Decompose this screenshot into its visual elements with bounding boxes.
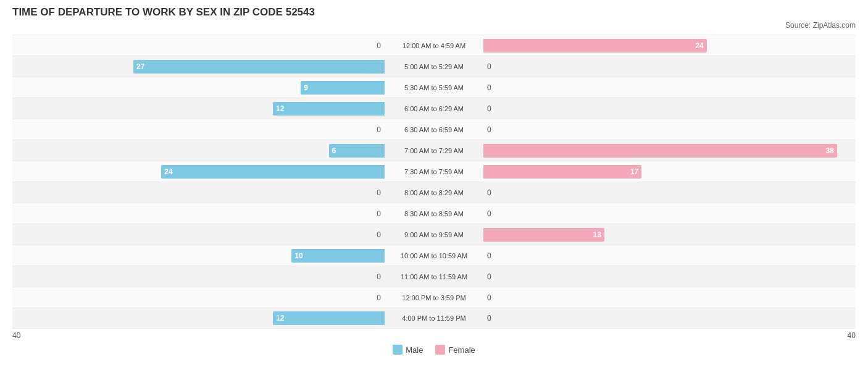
time-label: 4:00 PM to 11:59 PM [385,314,483,322]
male-value: 12 [276,314,284,323]
female-side: 38 [483,140,856,161]
source-label: Source: ZipAtlas.com [12,21,856,30]
legend-female: Female [435,345,475,355]
female-zero: 0 [487,272,491,281]
chart-row: 012:00 AM to 4:59 AM24 [12,35,856,56]
chart-row: 126:00 AM to 6:29 AM0 [12,98,856,119]
time-label: 11:00 AM to 11:59 AM [385,273,483,281]
female-side: 0 [483,56,856,77]
male-side: 6 [12,140,385,161]
chart-row: 012:00 PM to 3:59 PM0 [12,287,856,308]
female-side: 0 [483,245,856,266]
male-value: 9 [304,83,308,92]
male-value: 24 [164,167,172,176]
male-zero: 0 [377,293,381,302]
time-label: 5:30 AM to 5:59 AM [385,84,483,91]
time-label: 7:30 AM to 7:59 AM [385,168,483,175]
female-value: 13 [593,230,601,239]
female-zero: 0 [487,188,491,197]
chart-area: 012:00 AM to 4:59 AM24275:00 AM to 5:29 … [12,35,856,329]
female-zero: 0 [487,293,491,302]
female-side: 13 [483,224,856,245]
legend-female-label: Female [448,345,475,355]
time-label: 10:00 AM to 10:59 AM [385,252,483,259]
time-label: 7:00 AM to 7:29 AM [385,147,483,154]
female-side: 0 [483,203,856,224]
male-side: 0 [12,287,385,308]
male-side: 0 [12,119,385,140]
male-zero: 0 [377,230,381,239]
male-side: 0 [12,203,385,224]
female-side: 24 [483,35,856,56]
male-side: 0 [12,35,385,56]
chart-row: 011:00 AM to 11:59 AM0 [12,266,856,287]
female-side: 17 [483,161,856,182]
male-value: 12 [276,104,284,113]
chart-row: 09:00 AM to 9:59 AM13 [12,224,856,245]
male-side: 27 [12,56,385,77]
time-label: 12:00 PM to 3:59 PM [385,294,483,302]
time-label: 6:00 AM to 6:29 AM [385,105,483,112]
male-value: 27 [136,62,144,71]
female-side: 0 [483,119,856,140]
chart-row: 06:30 AM to 6:59 AM0 [12,119,856,140]
male-side: 24 [12,161,385,182]
chart-row: 1010:00 AM to 10:59 AM0 [12,245,856,266]
female-side: 0 [483,98,856,119]
male-side: 0 [12,224,385,245]
female-value: 24 [695,41,703,50]
chart-row: 95:30 AM to 5:59 AM0 [12,77,856,98]
female-zero: 0 [487,251,491,260]
male-value: 6 [332,146,336,155]
male-side: 0 [12,182,385,203]
female-zero: 0 [487,209,491,218]
male-value: 10 [294,251,303,260]
male-side: 12 [12,308,385,328]
female-zero: 0 [487,62,491,71]
axis-right-val: 40 [848,331,856,340]
male-side: 9 [12,77,385,98]
female-zero: 0 [487,83,491,92]
male-zero: 0 [377,272,381,281]
time-label: 12:00 AM to 4:59 AM [385,42,483,49]
male-side: 12 [12,98,385,119]
male-zero: 0 [377,41,381,50]
male-zero: 0 [377,209,381,218]
female-side: 0 [483,77,856,98]
female-zero: 0 [487,125,491,134]
chart-row: 67:00 AM to 7:29 AM38 [12,140,856,161]
female-side: 0 [483,308,856,328]
male-zero: 0 [377,125,381,134]
female-side: 0 [483,287,856,308]
chart-row: 247:30 AM to 7:59 AM17 [12,161,856,182]
female-side: 0 [483,266,856,287]
time-label: 8:30 AM to 8:59 AM [385,210,483,217]
time-label: 6:30 AM to 6:59 AM [385,126,483,133]
male-side: 10 [12,245,385,266]
chart-row: 08:30 AM to 8:59 AM0 [12,203,856,224]
chart-row: 124:00 PM to 11:59 PM0 [12,308,856,329]
time-label: 5:00 AM to 5:29 AM [385,63,483,70]
chart-title: TIME OF DEPARTURE TO WORK BY SEX IN ZIP … [12,6,856,19]
male-side: 0 [12,266,385,287]
axis-left-val: 40 [12,331,20,340]
female-zero: 0 [487,314,491,323]
male-zero: 0 [377,188,381,197]
female-side: 0 [483,182,856,203]
chart-row: 08:00 AM to 8:29 AM0 [12,182,856,203]
female-value: 17 [630,167,638,176]
time-label: 9:00 AM to 9:59 AM [385,231,483,238]
female-zero: 0 [487,104,491,113]
legend-male: Male [393,345,423,355]
chart-row: 275:00 AM to 5:29 AM0 [12,56,856,77]
time-label: 8:00 AM to 8:29 AM [385,189,483,196]
legend-male-label: Male [406,345,423,355]
female-value: 38 [825,146,833,155]
